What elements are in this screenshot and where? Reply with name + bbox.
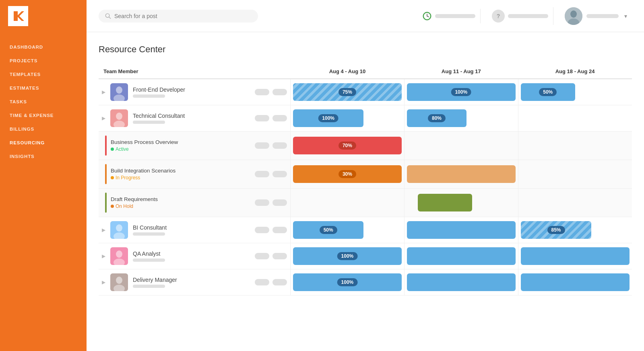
bar-wrapper xyxy=(407,165,516,183)
member-sub-bar xyxy=(133,232,165,236)
expand-arrow-icon[interactable]: ▶ xyxy=(102,253,105,259)
week-bar-cell: 75% xyxy=(291,79,405,105)
week-bar-cell xyxy=(518,160,632,189)
member-sub-bar xyxy=(133,285,165,288)
ctrl-pill xyxy=(255,227,269,233)
user-menu-chevron[interactable]: ▾ xyxy=(624,13,627,19)
status-text: In Progress xyxy=(116,175,140,181)
ctrl-pill xyxy=(255,142,269,149)
bar-percentage-label: 100% xyxy=(337,278,358,286)
table-body: ▶Front-End Developer75%100%50%▶Technical… xyxy=(99,79,632,296)
controls-cell xyxy=(252,79,291,105)
svg-line-2 xyxy=(109,17,111,18)
bar-percentage-label: 85% xyxy=(547,226,565,234)
ctrl-pill xyxy=(255,115,269,121)
ctrl-pill xyxy=(272,171,287,177)
svg-point-8 xyxy=(570,10,577,18)
member-info: Technical Consultant xyxy=(133,113,185,124)
week-bar-cell: 70% xyxy=(291,131,405,160)
controls-cell xyxy=(252,160,291,189)
controls-cell xyxy=(252,217,291,243)
topbar-notification-area xyxy=(417,9,481,23)
project-text: Build Integration ScenariosIn Progress xyxy=(111,168,175,181)
week-bar-cell: 100% xyxy=(291,269,405,296)
sidebar-item-time-expense[interactable]: Time & Expense xyxy=(0,109,87,122)
bar-wrapper xyxy=(407,221,516,239)
expand-arrow-icon[interactable]: ▶ xyxy=(102,115,105,121)
week-bar-cell xyxy=(404,269,518,296)
sidebar-item-dashboard[interactable]: Dashboard xyxy=(0,40,87,54)
member-sub-bar xyxy=(133,121,165,124)
avatar xyxy=(110,247,128,265)
sidebar-item-estimates[interactable]: Estimates xyxy=(0,81,87,95)
member-name-cell: ▶Technical Consultant xyxy=(99,105,252,131)
week-bar-cell xyxy=(404,160,518,189)
status-dot-icon xyxy=(111,176,114,179)
sidebar: Dashboard Projects Templates Estimates T… xyxy=(0,0,87,351)
week-bar-cell: 50% xyxy=(291,217,405,243)
expand-arrow-icon[interactable]: ▶ xyxy=(102,89,105,95)
sidebar-nav: Dashboard Projects Templates Estimates T… xyxy=(0,32,87,163)
content-area: Resource Center Team Member Aug 4 - Aug … xyxy=(87,32,644,351)
bar-wrapper xyxy=(407,273,516,291)
project-name-label: Draft Requirements xyxy=(111,196,158,202)
member-name-cell: ▶Delivery Manager xyxy=(99,269,252,296)
week-bar-cell: 50% xyxy=(518,79,632,105)
sidebar-item-billings[interactable]: Billings xyxy=(0,122,87,136)
week-bar-cell xyxy=(404,217,518,243)
member-name-cell: ▶QA Analyst xyxy=(99,243,252,269)
bar-wrapper: 100% xyxy=(407,83,516,101)
logo[interactable] xyxy=(8,6,28,26)
week-bar-cell xyxy=(291,189,405,217)
controls-inner xyxy=(252,142,290,149)
member-cell: ▶QA Analyst xyxy=(99,243,252,269)
controls-inner xyxy=(252,199,290,206)
controls-cell xyxy=(252,269,291,296)
topbar-help-area: ? xyxy=(487,7,553,25)
week-bar-cell: 30% xyxy=(291,160,405,189)
bar-wrapper: 100% xyxy=(293,273,402,291)
project-name-cell: Business Process OverviewActive xyxy=(99,131,252,160)
status-text: Active xyxy=(116,146,129,152)
controls-inner xyxy=(252,89,290,95)
expand-arrow-icon[interactable]: ▶ xyxy=(102,279,105,285)
week-bar-cell: 80% xyxy=(404,105,518,131)
week-bar-cell xyxy=(518,105,632,131)
ctrl-pill xyxy=(272,142,287,149)
sidebar-item-templates[interactable]: Templates xyxy=(0,68,87,81)
bar-percentage-label: 30% xyxy=(339,170,356,178)
member-name-label: BI Consultant xyxy=(133,224,167,231)
expand-arrow-icon[interactable]: ▶ xyxy=(102,227,105,233)
user-avatar[interactable] xyxy=(565,7,582,25)
sidebar-item-tasks[interactable]: Tasks xyxy=(0,95,87,109)
sidebar-item-resourcing[interactable]: Resourcing xyxy=(0,136,87,150)
controls-cell xyxy=(252,243,291,269)
avatar xyxy=(110,221,128,239)
table-row: Business Process OverviewActive70% xyxy=(99,131,632,160)
week-bar-cell xyxy=(404,131,518,160)
controls-inner xyxy=(252,227,290,233)
sidebar-item-insights[interactable]: Insights xyxy=(0,150,87,163)
search-box[interactable] xyxy=(99,10,258,23)
ctrl-pill xyxy=(255,253,269,259)
project-status-label: Active xyxy=(111,146,178,152)
bar-wrapper: 70% xyxy=(293,137,402,154)
table-header-row: Team Member Aug 4 - Aug 10 Aug 11 - Aug … xyxy=(99,64,632,79)
bar-wrapper: 50% xyxy=(521,83,575,101)
bar-percentage-label: 70% xyxy=(339,142,356,150)
ctrl-pill xyxy=(272,227,287,233)
project-status-stripe xyxy=(105,193,107,213)
table-row: ▶BI Consultant50%85% xyxy=(99,217,632,243)
table-row: Build Integration ScenariosIn Progress30… xyxy=(99,160,632,189)
svg-point-23 xyxy=(116,277,122,284)
sidebar-item-projects[interactable]: Projects xyxy=(0,54,87,68)
week-bar-cell xyxy=(518,131,632,160)
svg-point-20 xyxy=(116,250,122,258)
project-status-stripe xyxy=(105,135,107,156)
project-status-label: In Progress xyxy=(111,175,175,181)
bar-wrapper: 100% xyxy=(293,109,363,127)
member-cell: ▶BI Consultant xyxy=(99,217,252,243)
help-icon[interactable]: ? xyxy=(492,10,505,23)
table-row: Draft RequirementsOn Hold xyxy=(99,189,632,217)
search-input[interactable] xyxy=(114,13,252,19)
